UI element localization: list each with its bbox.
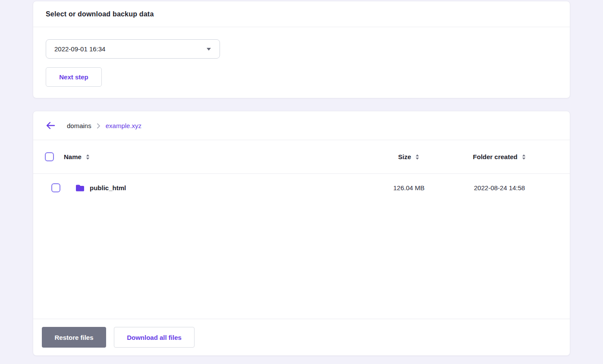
sort-arrows-icon[interactable] [521, 154, 526, 160]
back-button[interactable] [46, 121, 55, 130]
card-footer: Restore files Download all files [33, 319, 570, 355]
card-title: Select or download backup data [46, 10, 154, 18]
backup-restore-page: Select or download backup data 2022-09-0… [0, 0, 603, 364]
column-header-name-label: Name [64, 153, 82, 160]
file-browser-card: domains example.xyz Name Size [33, 111, 570, 356]
caret-down-icon [206, 47, 211, 51]
column-header-name[interactable]: Name [64, 153, 368, 160]
table-row[interactable]: public_html 126.04 MB 2022-08-24 14:58 [33, 174, 570, 202]
backup-date-value: 2022-09-01 16:34 [54, 45, 105, 53]
sort-arrows-icon[interactable] [85, 154, 90, 160]
file-name[interactable]: public_html [90, 184, 126, 191]
backup-card-header: Select or download backup data [33, 1, 570, 27]
sort-arrows-icon[interactable] [415, 154, 420, 160]
breadcrumb: domains example.xyz [33, 111, 570, 140]
table-header: Name Size Folder created [33, 140, 570, 173]
file-name-cell[interactable]: public_html [75, 184, 368, 192]
next-step-button[interactable]: Next step [46, 67, 102, 87]
column-header-folder-created[interactable]: Folder created [473, 153, 526, 160]
column-header-folder-created-label: Folder created [473, 153, 517, 160]
file-size: 126.04 MB [393, 184, 425, 191]
arrow-left-icon [46, 121, 55, 130]
select-all-checkbox[interactable] [45, 152, 54, 161]
column-header-size-label: Size [398, 153, 411, 160]
column-header-size[interactable]: Size [398, 153, 420, 160]
folder-icon [75, 184, 85, 192]
table-empty-space [33, 202, 570, 319]
backup-select-card: Select or download backup data 2022-09-0… [33, 1, 570, 98]
backup-date-select[interactable]: 2022-09-01 16:34 [46, 39, 220, 59]
row-checkbox[interactable] [51, 183, 60, 192]
backup-card-body: 2022-09-01 16:34 Next step [33, 27, 570, 98]
restore-files-button[interactable]: Restore files [42, 327, 106, 348]
chevron-right-icon [97, 123, 100, 129]
folder-created-date: 2022-08-24 14:58 [474, 184, 525, 191]
breadcrumb-item-domains[interactable]: domains [67, 122, 91, 129]
breadcrumb-item-current[interactable]: example.xyz [106, 122, 141, 129]
download-all-files-button[interactable]: Download all files [114, 327, 195, 348]
